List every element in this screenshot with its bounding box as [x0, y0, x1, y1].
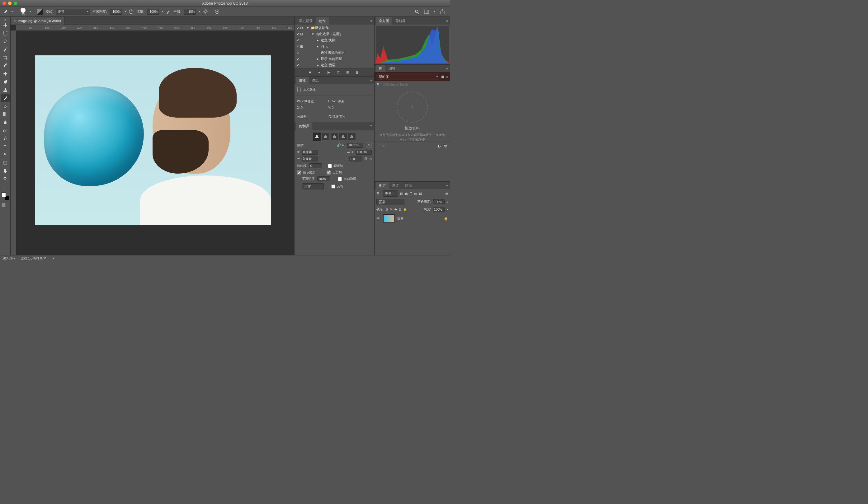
tool-preset-chevron[interactable]: ▾: [11, 10, 13, 13]
clone-source-1[interactable]: [313, 133, 321, 140]
tab-library[interactable]: 库: [376, 65, 385, 72]
brush-picker-chevron[interactable]: ▾: [30, 10, 31, 13]
tab-adjustments[interactable]: 调整: [385, 65, 399, 72]
document-tab[interactable]: × image.jpg @ 203%(RGB/8#): [11, 17, 64, 24]
lock-paint-icon[interactable]: ✎: [390, 208, 393, 211]
actions-list[interactable]: ✓⊡▾📁默认动作✓⊡▾淡出效果（选区）✓▸建立 快照✓⊡▸羽化✓通过拷贝的图层✓…: [294, 24, 374, 68]
filter-pixel-icon[interactable]: ▨: [400, 192, 403, 196]
action-item[interactable]: ✓⊡▾📁默认动作: [294, 24, 374, 31]
filter-shape-icon[interactable]: ▭: [414, 192, 417, 196]
lock-trans-icon[interactable]: ▨: [385, 208, 388, 211]
filter-adj-icon[interactable]: ◐: [405, 192, 408, 196]
edit-toolbar[interactable]: ⋯: [1, 183, 10, 191]
tab-paths[interactable]: 路径: [402, 182, 415, 189]
lock-nest-icon[interactable]: ⊡: [399, 208, 401, 211]
eraser-tool[interactable]: [1, 102, 10, 110]
filter-smart-icon[interactable]: ⊡: [419, 192, 422, 196]
add-lib-icon[interactable]: +: [377, 144, 379, 148]
healing-tool[interactable]: [1, 70, 10, 77]
hand-tool[interactable]: [1, 167, 10, 175]
new-action-icon[interactable]: ⊞: [346, 70, 351, 75]
panel-menu-icon[interactable]: ≡: [369, 19, 374, 23]
clone-x[interactable]: [302, 150, 318, 155]
dodge-tool[interactable]: [1, 127, 10, 134]
history-brush-tool[interactable]: [1, 94, 10, 102]
panel-menu-icon[interactable]: ≡: [369, 78, 374, 82]
visibility-icon[interactable]: 👁: [376, 217, 381, 220]
show-overlay-chk[interactable]: [297, 170, 301, 175]
shape-tool[interactable]: [1, 159, 10, 166]
trash-icon[interactable]: 🗑: [355, 70, 360, 75]
filter-type-icon[interactable]: T: [410, 192, 412, 196]
clone-source-5[interactable]: [348, 133, 355, 140]
record-icon[interactable]: ●: [318, 70, 322, 75]
canvas[interactable]: [16, 31, 294, 255]
search-icon[interactable]: [414, 9, 420, 14]
panel-menu-icon[interactable]: ≡: [444, 19, 450, 23]
auto-hide-chk[interactable]: [338, 177, 342, 181]
zoom-level[interactable]: 203.03%: [2, 257, 14, 260]
stock-search[interactable]: [382, 82, 448, 87]
clone-w[interactable]: [347, 143, 363, 148]
smoothing-input[interactable]: [184, 9, 196, 14]
frame-offset[interactable]: [309, 163, 322, 168]
ruler-horizontal[interactable]: 5010015020025030035040045050055060065070…: [16, 25, 294, 31]
filter-toggle[interactable]: ⊘: [445, 192, 448, 196]
opacity-input[interactable]: [110, 9, 122, 14]
ruler-vertical[interactable]: [11, 31, 16, 255]
tab-properties[interactable]: 属性: [296, 76, 309, 84]
layer-opacity[interactable]: [433, 199, 445, 204]
layer-thumbnail[interactable]: [383, 214, 394, 222]
crop-tool[interactable]: [1, 54, 10, 61]
blur-tool[interactable]: [1, 118, 10, 126]
action-item[interactable]: ✓通过拷贝的图层: [294, 50, 374, 56]
close-tab-icon[interactable]: ×: [14, 19, 16, 23]
tab-channels[interactable]: 通道: [389, 182, 402, 189]
gradient-tool[interactable]: [1, 111, 10, 118]
panel-menu-icon[interactable]: ≡: [444, 66, 450, 70]
clone-h[interactable]: [355, 150, 372, 155]
eyedropper-tool[interactable]: [1, 62, 10, 70]
quick-select-tool[interactable]: [1, 46, 10, 53]
panel-menu-icon[interactable]: ≡: [444, 183, 450, 187]
lasso-tool[interactable]: [1, 38, 10, 45]
stop-icon[interactable]: ■: [309, 70, 313, 75]
smoothing-gear-icon[interactable]: [203, 9, 208, 14]
tab-clone-source[interactable]: 仿制源: [296, 122, 312, 130]
tab-history[interactable]: 历史记录: [296, 17, 316, 24]
library-select[interactable]: 我的库▾: [376, 73, 439, 80]
layer-blend-select[interactable]: 正常: [376, 199, 404, 205]
play-icon[interactable]: ▶: [328, 70, 332, 75]
tab-histogram[interactable]: 直方图: [376, 17, 392, 24]
pen-tool[interactable]: [1, 135, 10, 142]
lock-all-icon[interactable]: 🔒: [403, 208, 407, 211]
reset-icon[interactable]: ↻: [369, 157, 372, 161]
tab-info[interactable]: 信息: [309, 76, 322, 84]
minimize-window[interactable]: [8, 2, 11, 5]
panel-menu-icon[interactable]: ≡: [369, 124, 374, 128]
close-window[interactable]: [2, 2, 6, 5]
brush-preview[interactable]: 35: [19, 8, 27, 16]
workspace-icon[interactable]: [424, 9, 429, 14]
layer-filter-type[interactable]: 类型: [383, 190, 398, 197]
edit-mode-toggle[interactable]: [2, 203, 9, 207]
tab-navigator[interactable]: 导航器: [392, 17, 409, 24]
action-item[interactable]: ✓⊡▾淡出效果（选区）: [294, 31, 374, 37]
clone-source-2[interactable]: [322, 133, 329, 140]
clone-source-4[interactable]: [339, 133, 347, 140]
airbrush-icon[interactable]: [166, 9, 171, 14]
lock-pos-icon[interactable]: ✥: [394, 208, 397, 211]
upload-lib-icon[interactable]: ⇪: [382, 144, 385, 148]
overlay-opacity[interactable]: [317, 176, 330, 181]
doc-size[interactable]: 文档:1.07M/1.07M: [21, 256, 46, 261]
clone-source-3[interactable]: [331, 133, 338, 140]
path-select-tool[interactable]: [1, 151, 10, 158]
link-wh-icon[interactable]: ⊃: [366, 143, 372, 148]
trash-icon[interactable]: 🗑: [444, 144, 447, 148]
layer-row[interactable]: 👁 背景 🔒: [374, 213, 450, 224]
blend-mode-select[interactable]: 正常▾: [56, 9, 90, 15]
clone-angle[interactable]: [349, 157, 362, 161]
marquee-tool[interactable]: [1, 30, 10, 37]
action-item[interactable]: ✓▸建立 图层: [294, 62, 374, 68]
action-item[interactable]: ✓▸建立 快照: [294, 37, 374, 43]
